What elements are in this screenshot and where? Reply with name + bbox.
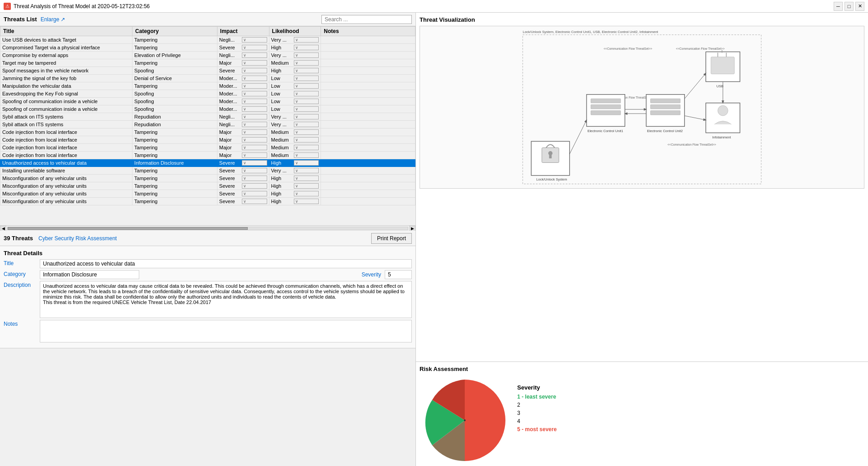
table-cell: Low∨ <box>269 90 321 98</box>
table-row[interactable]: Target may be tampered Tampering Major∨ … <box>0 59 415 67</box>
threat-notes-cell <box>321 128 415 136</box>
legend-item-4: 4 <box>517 418 557 424</box>
scroll-left-btn[interactable]: ◀ <box>0 226 6 231</box>
svg-rect-8 <box>549 155 552 159</box>
table-cell: High∨ <box>269 190 321 198</box>
visualization-content: Lock/Unlock System, Electronic Control U… <box>420 26 864 189</box>
svg-rect-18 <box>651 111 680 115</box>
table-row[interactable]: Misconfiguration of any vehicular units … <box>0 175 415 182</box>
table-row[interactable]: Jamming the signal of the key fob Denial… <box>0 75 415 82</box>
table-cell: Moder...∨ <box>217 82 269 90</box>
threat-category-cell: Spoofing <box>132 98 217 105</box>
threat-notes-cell <box>321 113 415 121</box>
table-row[interactable]: Compromised Target via a physical interf… <box>0 44 415 52</box>
threat-notes-cell <box>321 121 415 128</box>
table-row[interactable]: Use USB devices to attack Target Tamperi… <box>0 36 415 44</box>
window-controls: ─ □ ✕ <box>834 2 864 11</box>
threat-title-cell: Sybil attack on ITS systems <box>0 121 132 128</box>
table-row[interactable]: Sybil attack on ITS systems Repudiation … <box>0 121 415 128</box>
close-button[interactable]: ✕ <box>855 2 864 11</box>
print-report-button[interactable]: Print Report <box>371 233 412 244</box>
threat-notes-cell <box>321 36 415 44</box>
threat-notes-cell <box>321 144 415 152</box>
window-title: Threat Analysis of Threat Model at 2020-… <box>14 3 150 10</box>
svg-line-26 <box>570 120 587 154</box>
threats-list-label: Threats List <box>4 16 37 23</box>
table-row[interactable]: Spoofing of communication inside a vehic… <box>0 105 415 113</box>
description-field[interactable] <box>40 281 412 318</box>
threat-title-cell: Misconfiguration of any vehicular units <box>0 198 132 205</box>
threat-category-cell: Tampering <box>132 190 217 198</box>
threat-category-cell: Tampering <box>132 82 217 90</box>
threat-category-cell: Tampering <box>132 36 217 44</box>
threat-category-cell: Elevation of Privilege <box>132 52 217 59</box>
threat-notes-cell <box>321 67 415 75</box>
threat-notes-cell <box>321 59 415 67</box>
table-row[interactable]: Code injection from local interface Tamp… <box>0 144 415 152</box>
threat-title-cell: Misconfiguration of any vehicular units <box>0 175 132 182</box>
svg-text:Electronic Control Unit2: Electronic Control Unit2 <box>647 129 683 133</box>
title-field[interactable] <box>40 259 412 268</box>
table-row[interactable]: Unauthorized access to vehicular data In… <box>0 159 415 167</box>
table-cell: High∨ <box>269 182 321 190</box>
table-cell: Low∨ <box>269 98 321 105</box>
app-icon: ⚠ <box>4 3 11 10</box>
table-row[interactable]: Code injection from local interface Tamp… <box>0 136 415 144</box>
horizontal-scrollbar[interactable]: ◀ ▶ <box>0 225 415 231</box>
enlarge-link[interactable]: Enlarge ↗ <box>41 16 66 23</box>
threat-title-cell: Manipulation the vehicular data <box>0 82 132 90</box>
scroll-thumb[interactable] <box>8 227 248 230</box>
threat-notes-cell <box>321 175 415 182</box>
table-cell: Medium∨ <box>269 128 321 136</box>
table-cell: Severe∨ <box>217 175 269 182</box>
table-row[interactable]: Manipulation the vehicular data Tamperin… <box>0 82 415 90</box>
restore-button[interactable]: □ <box>844 2 854 11</box>
legend-item-3: 3 <box>517 410 557 416</box>
threats-table: Title Category Impact Likelihood Notes U… <box>0 26 415 205</box>
severity-label: Severity <box>362 271 381 278</box>
table-cell: Negli...∨ <box>217 113 269 121</box>
severity-field[interactable] <box>385 270 412 279</box>
description-label: Description <box>4 281 40 288</box>
table-cell: Low∨ <box>269 82 321 90</box>
table-row[interactable]: Installing unreliable software Tampering… <box>0 167 415 175</box>
table-cell: Very ...∨ <box>269 121 321 128</box>
table-row[interactable]: Compromise by external apps Elevation of… <box>0 52 415 59</box>
threat-notes-cell <box>321 136 415 144</box>
svg-rect-21 <box>711 57 735 74</box>
table-row[interactable]: Spoof messages in the vehicle network Sp… <box>0 67 415 75</box>
table-row[interactable]: Code injection from local interface Tamp… <box>0 152 415 159</box>
table-row[interactable]: Eavesdropping the Key Fob signal Spoofin… <box>0 90 415 98</box>
threats-count: 39 Threats <box>4 235 33 242</box>
table-cell: Major∨ <box>217 136 269 144</box>
table-row[interactable]: Sybil attack on ITS systems Repudiation … <box>0 113 415 121</box>
threat-notes-cell <box>321 167 415 175</box>
threat-title-cell: Compromised Target via a physical interf… <box>0 44 132 52</box>
table-row[interactable]: Spoofing of communication inside a vehic… <box>0 98 415 105</box>
threat-notes-cell <box>321 198 415 205</box>
table-row[interactable]: Misconfiguration of any vehicular units … <box>0 190 415 198</box>
svg-text:Electronic Control Unit1: Electronic Control Unit1 <box>587 129 623 133</box>
notes-field[interactable] <box>40 320 412 342</box>
threat-category-cell: Tampering <box>132 167 217 175</box>
search-input[interactable] <box>321 15 412 24</box>
scroll-right-btn[interactable]: ▶ <box>409 226 415 231</box>
bottom-bar: 39 Threats Cyber Security Risk Assessmen… <box>0 231 415 246</box>
table-cell: Medium∨ <box>269 152 321 159</box>
threat-notes-cell <box>321 82 415 90</box>
category-field[interactable] <box>40 270 139 279</box>
minimize-button[interactable]: ─ <box>834 2 843 11</box>
table-cell: Moder...∨ <box>217 105 269 113</box>
table-cell: Medium∨ <box>269 144 321 152</box>
svg-line-29 <box>684 73 706 99</box>
table-row[interactable]: Code injection from local interface Tamp… <box>0 128 415 136</box>
table-cell: Negli...∨ <box>217 52 269 59</box>
svg-text:Lock/Unlock System: Lock/Unlock System <box>536 177 567 181</box>
col-header-title: Title <box>0 27 132 36</box>
category-row: Category Severity <box>4 270 412 279</box>
table-row[interactable]: Misconfiguration of any vehicular units … <box>0 198 415 205</box>
risk-assessment-link[interactable]: Cyber Security Risk Assessment <box>38 235 117 242</box>
table-cell: High∨ <box>269 159 321 167</box>
table-row[interactable]: Misconfiguration of any vehicular units … <box>0 182 415 190</box>
scroll-track[interactable] <box>7 227 408 230</box>
